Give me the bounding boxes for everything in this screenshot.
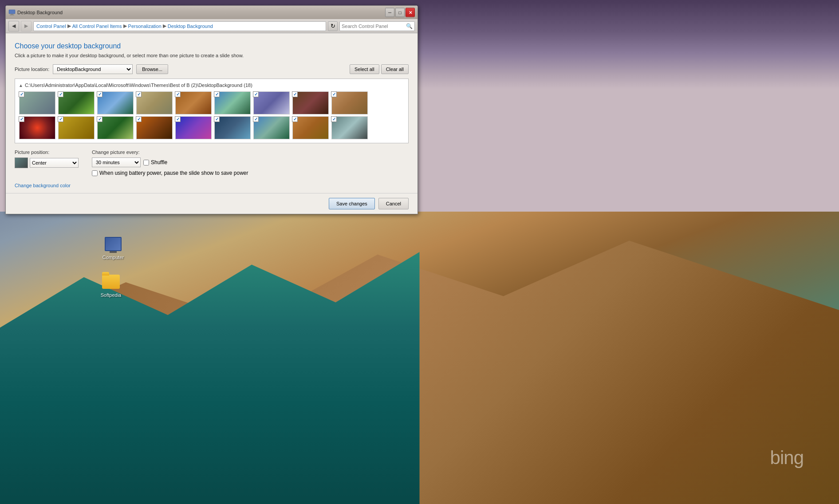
image-thumb-13 <box>136 116 173 139</box>
svg-rect-1 <box>11 14 13 15</box>
image-item-11[interactable] <box>58 116 95 139</box>
maximize-button[interactable]: □ <box>395 8 405 17</box>
forward-button[interactable]: ▶ <box>21 21 32 32</box>
image-thumb-17 <box>292 116 329 139</box>
image-item-10[interactable] <box>19 116 56 139</box>
image-item-14[interactable] <box>175 116 212 139</box>
window-title: Desktop Background <box>17 10 63 15</box>
image-thumb-16 <box>253 116 290 139</box>
image-thumb-18 <box>331 116 368 139</box>
image-item-15[interactable] <box>214 116 251 139</box>
close-button[interactable]: ✕ <box>406 8 415 17</box>
folder-arrow: ▲ <box>19 83 23 88</box>
folder-path: ▲ C:\Users\Administrator\AppData\Local\M… <box>19 83 405 88</box>
desktop: bing Computer Softpedia Desktop Back <box>0 0 839 504</box>
browse-button[interactable]: Browse... <box>136 64 168 74</box>
desktop-icon-computer[interactable]: Computer <box>98 235 129 260</box>
image-checkbox-14[interactable] <box>175 116 181 122</box>
image-checkbox-1[interactable] <box>19 91 24 97</box>
image-thumb-15 <box>214 116 251 139</box>
time-select[interactable]: 30 minutes 1 minute 10 minutes 1 hour <box>92 158 141 167</box>
title-bar: Desktop Background ─ □ ✕ <box>6 6 418 19</box>
image-checkbox-8[interactable] <box>292 91 298 97</box>
image-checkbox-11[interactable] <box>58 116 63 122</box>
image-item-3[interactable] <box>97 91 134 114</box>
image-checkbox-7[interactable] <box>253 91 259 97</box>
computer-icon-label: Computer <box>102 255 124 260</box>
breadcrumb-control-panel[interactable]: Control Panel <box>36 24 66 29</box>
image-item-8[interactable] <box>292 91 329 114</box>
battery-row: When using battery power, pause the slid… <box>92 170 248 176</box>
image-thumb-7 <box>253 91 290 114</box>
image-checkbox-17[interactable] <box>292 116 298 122</box>
folder-path-text: C:\Users\Administrator\AppData\Local\Mic… <box>25 83 252 88</box>
shuffle-row: Shuffle <box>143 159 167 165</box>
image-item-4[interactable] <box>136 91 173 114</box>
bottom-controls: Picture position: Center Change picture … <box>15 150 409 176</box>
image-thumb-8 <box>292 91 329 114</box>
image-thumb-3 <box>97 91 134 114</box>
change-background-color-link[interactable]: Change background color <box>15 183 71 188</box>
svg-rect-0 <box>9 10 15 14</box>
breadcrumb-desktop-background[interactable]: Desktop Background <box>168 24 213 29</box>
image-thumb-10 <box>19 116 55 139</box>
position-thumbnail <box>15 158 28 168</box>
refresh-button[interactable]: ↻ <box>328 21 338 31</box>
image-checkbox-6[interactable] <box>214 91 220 97</box>
select-all-button[interactable]: Select all <box>350 64 379 74</box>
image-item-9[interactable] <box>331 91 368 114</box>
image-checkbox-2[interactable] <box>58 91 63 97</box>
image-thumb-5 <box>175 91 212 114</box>
image-item-17[interactable] <box>292 116 329 139</box>
image-item-7[interactable] <box>253 91 290 114</box>
time-row: 30 minutes 1 minute 10 minutes 1 hour Sh… <box>92 158 248 167</box>
battery-checkbox[interactable] <box>92 170 98 176</box>
breadcrumb-all-items[interactable]: All Control Panel Items <box>72 24 122 29</box>
desktop-background-window: Desktop Background ─ □ ✕ ◀ ▶ Control Pan… <box>5 5 418 214</box>
image-checkbox-9[interactable] <box>331 91 337 97</box>
minimize-button[interactable]: ─ <box>385 8 394 17</box>
clear-all-button[interactable]: Clear all <box>381 64 409 74</box>
image-item-16[interactable] <box>253 116 290 139</box>
picture-position-section: Picture position: Center <box>15 150 79 168</box>
image-checkbox-10[interactable] <box>19 116 24 122</box>
image-item-5[interactable] <box>175 91 212 114</box>
image-item-12[interactable] <box>97 116 134 139</box>
back-button[interactable]: ◀ <box>8 21 19 32</box>
search-input[interactable] <box>342 24 404 29</box>
position-dropdown[interactable]: Center <box>30 158 79 168</box>
bing-watermark: bing <box>770 447 804 469</box>
position-select-row: Center <box>15 158 79 168</box>
image-checkbox-3[interactable] <box>97 91 102 97</box>
images-container: ▲ C:\Users\Administrator\AppData\Local\M… <box>15 79 409 143</box>
image-item-6[interactable] <box>214 91 251 114</box>
image-checkbox-18[interactable] <box>331 116 337 122</box>
change-picture-label: Change picture every: <box>92 150 248 155</box>
cancel-button[interactable]: Cancel <box>378 198 409 209</box>
image-item-2[interactable] <box>58 91 95 114</box>
address-bar: ◀ ▶ Control Panel ▶ All Control Panel It… <box>6 19 418 33</box>
battery-label: When using battery power, pause the slid… <box>99 170 248 176</box>
shuffle-checkbox[interactable] <box>143 160 149 165</box>
image-thumb-6 <box>214 91 251 114</box>
image-item-18[interactable] <box>331 116 368 139</box>
image-checkbox-4[interactable] <box>136 91 142 97</box>
softpedia-icon-label: Softpedia <box>101 292 121 298</box>
footer-bar: Save changes Cancel <box>6 193 418 214</box>
image-item-13[interactable] <box>136 116 173 139</box>
save-changes-button[interactable]: Save changes <box>329 198 375 209</box>
image-checkbox-13[interactable] <box>136 116 142 122</box>
page-subtitle: Click a picture to make it your desktop … <box>15 53 409 58</box>
picture-location-select[interactable]: DesktopBackground <box>53 64 133 74</box>
image-item-1[interactable] <box>19 91 56 114</box>
picture-position-label: Picture position: <box>15 150 79 155</box>
image-checkbox-12[interactable] <box>97 116 102 122</box>
images-grid <box>19 91 405 139</box>
desktop-icon-softpedia[interactable]: Softpedia <box>95 273 126 298</box>
image-thumb-2 <box>58 91 95 114</box>
image-checkbox-5[interactable] <box>175 91 181 97</box>
shuffle-label: Shuffle <box>151 159 167 165</box>
breadcrumb-personalization[interactable]: Personalization <box>128 24 161 29</box>
image-checkbox-15[interactable] <box>214 116 220 122</box>
image-checkbox-16[interactable] <box>253 116 259 122</box>
